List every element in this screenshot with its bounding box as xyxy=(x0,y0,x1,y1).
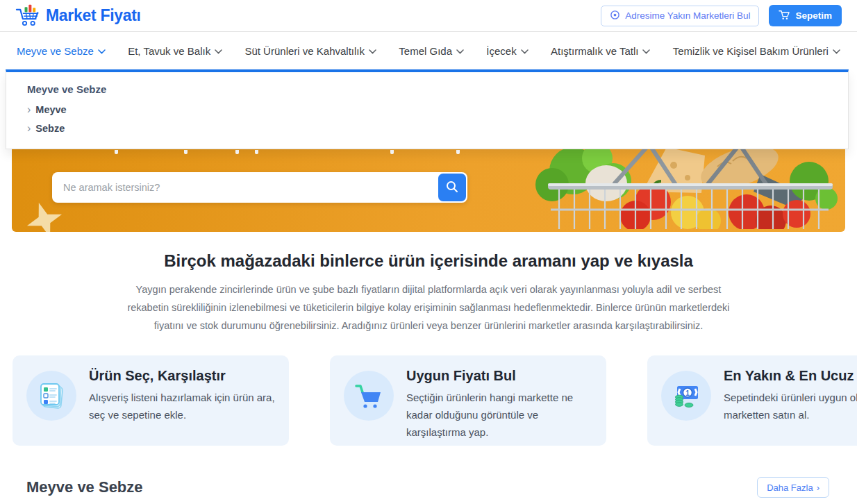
nav-item-label: Meyve ve Sebze xyxy=(17,45,94,57)
logo-text: Market Fiyatı xyxy=(46,6,141,25)
chevron-down-icon xyxy=(642,49,650,54)
cart-icon xyxy=(779,10,790,22)
category-nav: Meyve ve Sebze Et, Tavuk ve Balık Süt Ür… xyxy=(0,32,857,69)
hero-search-bar xyxy=(52,172,467,203)
site-logo[interactable]: Market Fiyatı xyxy=(15,3,141,29)
nav-item-meyve-ve-sebze[interactable]: Meyve ve Sebze xyxy=(17,45,106,57)
nav-item-label: Et, Tavuk ve Balık xyxy=(128,45,210,57)
intro-description: Yaygın perakende zincirlerinde ürün ve ş… xyxy=(115,280,743,335)
nav-item-label: Temizlik ve Kişisel Bakım Ürünleri xyxy=(673,45,829,57)
grocery-basket-photo xyxy=(531,143,844,232)
find-nearby-markets-button[interactable]: Adresime Yakın Marketleri Bul xyxy=(601,6,759,26)
dropdown-item-sebze[interactable]: › Sebze xyxy=(27,123,848,134)
section-title: Meyve ve Sebze xyxy=(26,478,143,496)
nav-item-label: Atıştırmalık ve Tatlı xyxy=(551,45,638,57)
feature-card-urun-sec: Ürün Seç, Karşılaştır Alışveriş listeni … xyxy=(13,355,289,446)
feature-description: Sepetindeki ürünleri uygun olan markette… xyxy=(724,389,857,423)
nav-item-sut-urunleri[interactable]: Süt Ürünleri ve Kahvaltılık xyxy=(244,45,376,57)
cart-button[interactable]: Sepetim xyxy=(769,5,842,26)
chevron-down-icon xyxy=(215,49,222,54)
feature-card-body: Ürün Seç, Karşılaştır Alışveriş listeni … xyxy=(89,368,278,423)
intro-headline: Birçok mağazadaki binlerce ürün içerisin… xyxy=(0,251,857,271)
nav-item-label: İçecek xyxy=(486,45,516,57)
nav-item-atistirmalik-tatli[interactable]: Atıştırmalık ve Tatlı xyxy=(551,45,650,57)
checklist-docs-icon xyxy=(26,371,76,421)
search-button[interactable] xyxy=(438,174,466,201)
nav-item-icecek[interactable]: İçecek xyxy=(486,45,528,57)
dropdown-title: Meyve ve Sebze xyxy=(27,83,848,95)
category-section-header: Meyve ve Sebze Daha Fazla › xyxy=(26,477,829,498)
nav-item-et-tavuk-balik[interactable]: Et, Tavuk ve Balık xyxy=(128,45,222,57)
dropdown-item-label: Sebze xyxy=(35,123,65,134)
feature-card-body: En Yakın & En Ucuz Sepetindeki ürünleri … xyxy=(724,368,857,423)
shopping-cart-icon xyxy=(344,371,394,421)
more-button[interactable]: Daha Fazla › xyxy=(757,477,829,498)
logo-cart-chart-icon xyxy=(15,3,40,29)
feature-card-body: Uygun Fiyatı Bul Seçtiğin ürünlerin hang… xyxy=(406,368,595,441)
feature-card-en-yakin-en-ucuz: 1 En Yakın & En Ucuz Sepetindeki ürünler… xyxy=(647,355,857,446)
feature-description: Alışveriş listeni hazırlamak için ürün a… xyxy=(89,389,278,423)
nav-item-label: Süt Ürünleri ve Kahvaltılık xyxy=(244,45,365,57)
feature-title: Ürün Seç, Karşılaştır xyxy=(89,368,278,384)
chevron-right-icon: › xyxy=(27,104,31,115)
feature-cards: Ürün Seç, Karşılaştır Alışveriş listeni … xyxy=(13,355,844,446)
chevron-down-icon xyxy=(98,49,106,54)
category-dropdown-panel: Meyve ve Sebze › Meyve › Sebze xyxy=(6,69,849,149)
chevron-right-icon: › xyxy=(27,123,31,134)
chevron-down-icon xyxy=(456,49,464,54)
nav-item-label: Temel Gıda xyxy=(399,45,452,57)
intro-section: Birçok mağazadaki binlerce ürün içerisin… xyxy=(0,251,857,335)
feature-title: En Yakın & En Ucuz xyxy=(724,368,857,384)
dropdown-item-label: Meyve xyxy=(35,104,66,115)
star-decoration xyxy=(23,200,66,232)
search-input[interactable] xyxy=(53,174,438,201)
nav-item-temizlik-kisisel-bakim[interactable]: Temizlik ve Kişisel Bakım Ürünleri xyxy=(673,45,840,57)
chevron-right-icon: › xyxy=(817,482,819,493)
feature-card-uygun-fiyat: Uygun Fiyatı Bul Seçtiğin ürünlerin hang… xyxy=(330,355,606,446)
nav-item-temel-gida[interactable]: Temel Gıda xyxy=(399,45,464,57)
chevron-down-icon xyxy=(833,49,840,54)
search-icon xyxy=(446,180,458,195)
feature-description: Seçtiğin ürünlerin hangi markette ne kad… xyxy=(406,389,595,441)
cart-button-label: Sepetim xyxy=(795,10,832,21)
chevron-down-icon xyxy=(369,49,376,54)
find-nearby-markets-label: Adresime Yakın Marketleri Bul xyxy=(625,10,750,21)
more-button-label: Daha Fazla xyxy=(767,482,813,493)
dropdown-item-meyve[interactable]: › Meyve xyxy=(27,104,848,115)
svg-text:1: 1 xyxy=(685,389,690,397)
location-icon xyxy=(610,10,620,22)
top-header: Market Fiyatı Adresime Yakın Marketleri … xyxy=(0,0,857,32)
money-banknote-coins-icon: 1 xyxy=(661,371,711,421)
feature-title: Uygun Fiyatı Bul xyxy=(406,368,595,384)
chevron-down-icon xyxy=(521,49,529,54)
header-actions: Adresime Yakın Marketleri Bul Sepetim xyxy=(601,5,842,26)
